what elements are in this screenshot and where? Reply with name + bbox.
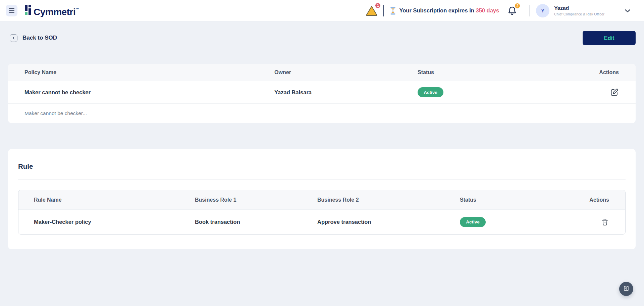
rule-role1: Book transaction	[195, 219, 317, 225]
policy-col-status: Status	[418, 69, 568, 75]
alerts-warning-button[interactable]: 1	[366, 5, 378, 16]
brand-logo: Cymmetri™	[25, 4, 79, 17]
policy-name: Maker cannot be checker	[24, 89, 274, 96]
rule-table-row: Maker-Checker policy Book transaction Ap…	[18, 210, 625, 234]
top-bar: Cymmetri™ 1 Your Subscription expires in…	[0, 0, 644, 21]
user-role: Chief Compliance & Risk Officer	[554, 12, 604, 16]
policy-table-row: Maker cannot be checker Yazad Balsara Ac…	[8, 81, 636, 103]
notifications-button[interactable]: 2	[507, 6, 517, 16]
chevron-down-icon[interactable]	[623, 6, 632, 15]
policy-description: Maker cannot be checker...	[8, 103, 636, 123]
warning-count-badge: 1	[375, 2, 381, 9]
pencil-edit-icon	[610, 88, 619, 97]
rule-section-title: Rule	[18, 149, 626, 170]
trademark-symbol: ™	[75, 7, 79, 11]
notification-count-badge: 2	[514, 3, 521, 9]
policy-card: Policy Name Owner Status Actions Maker c…	[8, 64, 636, 123]
edit-button[interactable]: Edit	[583, 31, 636, 45]
back-to-sod[interactable]: Back to SOD	[10, 34, 57, 42]
rule-actions	[601, 218, 609, 226]
rule-col-role2: Business Role 2	[317, 197, 460, 203]
brand-name: Cymmetri™	[34, 4, 79, 17]
chevron-left-icon	[12, 36, 15, 40]
header-divider	[530, 5, 530, 16]
rule-table: Rule Name Business Role 1 Business Role …	[18, 190, 626, 235]
user-menu[interactable]: Y Yazad Chief Compliance & Risk Officer	[536, 4, 632, 17]
policy-status: Active	[418, 87, 568, 97]
rule-name: Maker-Checker policy	[34, 219, 195, 225]
status-badge: Active	[418, 87, 443, 97]
policy-actions	[610, 88, 619, 97]
delete-rule-button[interactable]	[601, 218, 609, 226]
status-badge: Active	[460, 217, 486, 227]
rule-card: Rule Rule Name Business Role 1 Business …	[8, 149, 636, 249]
top-bar-left: Cymmetri™	[6, 4, 79, 17]
policy-col-actions: Actions	[599, 69, 619, 75]
page-toolbar: Back to SOD Edit	[0, 21, 644, 45]
rule-col-status: Status	[460, 197, 569, 203]
hamburger-menu-button[interactable]	[6, 5, 17, 16]
policy-col-name: Policy Name	[24, 69, 274, 75]
policy-table-header: Policy Name Owner Status Actions	[8, 64, 636, 81]
rule-table-header: Rule Name Business Role 1 Business Role …	[18, 190, 625, 210]
rule-role2: Approve transaction	[317, 219, 460, 225]
subscription-notice: Your Subscription expires in 350 days	[390, 6, 499, 15]
rule-col-role1: Business Role 1	[195, 197, 317, 203]
subscription-text: Your Subscription expires in 350 days	[399, 7, 499, 14]
top-bar-right: 1 Your Subscription expires in 350 days …	[366, 4, 632, 17]
rule-col-name: Rule Name	[34, 197, 195, 203]
help-docs-fab[interactable]	[619, 282, 633, 296]
open-book-icon	[623, 285, 630, 293]
rule-col-actions: Actions	[589, 197, 609, 203]
policy-owner: Yazad Balsara	[274, 89, 418, 96]
trash-icon	[601, 218, 609, 226]
brand-logo-mark-icon	[25, 4, 31, 15]
hourglass-icon	[390, 6, 396, 15]
subscription-days-link[interactable]: 350 days	[476, 7, 499, 13]
header-divider	[383, 5, 384, 16]
edit-policy-button[interactable]	[610, 88, 619, 97]
user-info: Yazad Chief Compliance & Risk Officer	[554, 5, 604, 16]
policy-col-owner: Owner	[274, 69, 418, 75]
rule-divider	[18, 180, 626, 180]
avatar: Y	[536, 4, 549, 17]
back-label[interactable]: Back to SOD	[22, 35, 57, 41]
user-name: Yazad	[554, 5, 604, 11]
rule-status: Active	[460, 217, 569, 227]
back-button[interactable]	[10, 34, 17, 42]
